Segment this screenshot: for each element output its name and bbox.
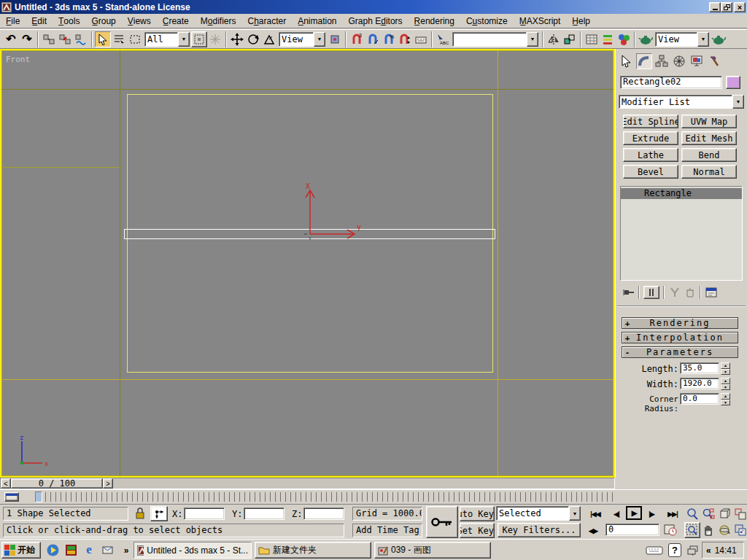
use-pivot-point-center-button[interactable] — [327, 31, 343, 47]
taskbar-task-3dsmax[interactable]: Untitled - 3ds max 5 - St... — [133, 542, 252, 559]
track-bar-frame-marker[interactable] — [35, 491, 42, 502]
menu-animation[interactable]: A̲nimation — [292, 16, 342, 26]
x-coordinate-field[interactable] — [184, 508, 225, 520]
pan-button[interactable] — [700, 522, 716, 538]
keyboard-shortcut-override-button[interactable] — [413, 31, 429, 47]
select-object-button[interactable] — [95, 31, 111, 47]
reference-coordinate-system-dropdown[interactable]: View ▼ — [279, 32, 325, 47]
modifier-button-extrude[interactable]: Extrude — [623, 131, 678, 145]
tab-utilities[interactable] — [706, 53, 722, 69]
modifier-button-edit-spline[interactable]: Edit Spline — [623, 114, 678, 128]
key-filter-selection-dropdown[interactable]: Selected ▼ — [496, 506, 581, 521]
object-name-field[interactable]: Rectangle02 — [620, 76, 722, 89]
modifier-button-bend[interactable]: Bend — [681, 148, 737, 162]
angle-snap-toggle-button[interactable] — [365, 31, 381, 47]
auto-key-button[interactable]: Auto Key — [460, 506, 495, 521]
chevron-down-icon[interactable]: ▼ — [697, 32, 709, 47]
material-editor-button[interactable] — [616, 31, 632, 47]
absolute-relative-transform-toggle[interactable] — [150, 506, 168, 521]
width-field[interactable]: 1920.0 — [680, 378, 719, 389]
chevron-down-icon[interactable]: ▼ — [732, 95, 744, 109]
menu-group[interactable]: G̲roup — [85, 16, 121, 26]
pin-stack-button[interactable] — [622, 287, 635, 298]
show-end-result-button[interactable] — [643, 286, 659, 299]
rectangular-selection-region-button[interactable] — [127, 31, 143, 47]
spinner-snap-toggle-button[interactable] — [397, 31, 413, 47]
menu-customize[interactable]: Cu̲stomize — [460, 16, 514, 26]
selection-filter-dropdown[interactable]: All ▼ — [144, 32, 190, 47]
go-to-start-button[interactable]: |◀◀ — [585, 506, 605, 521]
key-filters-button[interactable]: Key Filters... — [498, 523, 581, 537]
render-scene-button[interactable] — [638, 31, 654, 47]
length-spinner[interactable]: ▲ ▼ — [721, 362, 730, 375]
viewport-label[interactable]: Front — [6, 55, 30, 64]
region-zoom-button[interactable] — [684, 522, 700, 538]
axis-tripod-gizmo[interactable]: X Y — [286, 182, 374, 247]
zoom-extents-button[interactable] — [716, 506, 732, 522]
named-selection-sets-button[interactable]: ABC — [435, 31, 451, 47]
set-keys-button[interactable] — [426, 506, 458, 538]
chevron-down-icon[interactable]: ▼ — [178, 32, 190, 47]
make-unique-button[interactable] — [668, 287, 681, 298]
menu-help[interactable]: H̲elp — [566, 16, 596, 26]
arc-rotate-button[interactable] — [716, 522, 732, 538]
play-button[interactable]: ▶ — [626, 506, 642, 520]
tray-help-icon[interactable]: ? — [668, 543, 681, 557]
quick-launch-outlook-icon[interactable] — [100, 542, 115, 558]
time-slider-track[interactable]: < 0 / 100 > — [0, 478, 615, 489]
taskbar-task-paint[interactable]: 039 - 画图 — [374, 542, 491, 559]
menu-create[interactable]: C̲reate — [157, 16, 195, 26]
zoom-all-button[interactable] — [700, 506, 716, 522]
named-selection-dropdown[interactable]: ▼ — [452, 32, 538, 47]
object-color-swatch[interactable] — [726, 76, 740, 89]
tab-display[interactable] — [689, 53, 705, 69]
time-configuration-button[interactable] — [664, 524, 677, 536]
modifier-button-edit-mesh[interactable]: Edit Mesh — [681, 131, 737, 145]
mirror-button[interactable] — [546, 31, 562, 47]
percent-snap-toggle-button[interactable]: % — [381, 31, 397, 47]
menu-maxscript[interactable]: M̲AXScript — [514, 16, 567, 26]
menu-file[interactable]: F̲ile — [0, 16, 26, 26]
menu-rendering[interactable]: R̲endering — [409, 16, 460, 26]
tab-motion[interactable] — [671, 53, 687, 69]
spin-down-icon[interactable]: ▼ — [721, 384, 730, 391]
tab-modify[interactable] — [636, 53, 652, 69]
current-frame-field[interactable]: 0 — [605, 524, 659, 536]
align-button[interactable] — [562, 31, 578, 47]
zoom-extents-all-button[interactable] — [732, 506, 747, 522]
spin-up-icon[interactable]: ▲ — [721, 393, 730, 400]
render-type-dropdown[interactable]: View ▼ — [655, 32, 709, 47]
min-max-toggle-button[interactable] — [732, 522, 747, 538]
rollout-parameters[interactable]: - Parameters — [622, 346, 738, 358]
y-coordinate-field[interactable] — [244, 508, 285, 520]
modifier-button-bevel[interactable]: Bevel — [623, 165, 678, 179]
menu-graph-editors[interactable]: Graph Ed̲itors — [343, 16, 409, 26]
set-key-button[interactable]: Set Key — [460, 523, 495, 538]
selection-lock-toggle[interactable] — [135, 508, 145, 520]
modifier-button-uvw-map[interactable]: UVW Map — [681, 114, 737, 128]
menu-tools[interactable]: T̲ools — [53, 16, 85, 26]
remove-modifier-button[interactable] — [684, 287, 696, 298]
length-field[interactable]: 35.0 — [680, 362, 719, 374]
unlink-selection-icon[interactable] — [57, 31, 73, 47]
quick-launch-overflow-chevron[interactable]: » — [121, 542, 131, 558]
select-and-move-button[interactable] — [229, 31, 245, 47]
select-and-manipulate-button[interactable] — [207, 31, 223, 47]
window-crossing-toggle[interactable] — [191, 31, 207, 47]
z-coordinate-field[interactable] — [303, 508, 344, 520]
tray-clock-area[interactable]: « 14:41 — [702, 542, 744, 559]
quick-launch-app-icon[interactable] — [63, 542, 78, 558]
spin-down-icon[interactable]: ▼ — [721, 400, 730, 406]
select-by-name-button[interactable] — [111, 31, 127, 47]
chevron-down-icon[interactable]: ▼ — [569, 506, 581, 521]
mini-curve-editor-button[interactable] — [4, 492, 19, 502]
quick-launch-media-player-icon[interactable] — [45, 542, 60, 558]
restore-button[interactable] — [721, 2, 732, 12]
time-slider-prev-button[interactable]: < — [1, 478, 11, 489]
menu-modifiers[interactable]: Mo̲difiers — [195, 16, 242, 26]
go-to-end-button[interactable]: ▶▶| — [662, 506, 683, 521]
corner-radius-spinner[interactable]: ▲ ▼ — [721, 393, 730, 405]
snap-toggle-3d-button[interactable]: 3 — [349, 31, 365, 47]
quick-render-button[interactable] — [711, 31, 727, 47]
select-and-rotate-button[interactable] — [245, 31, 261, 47]
